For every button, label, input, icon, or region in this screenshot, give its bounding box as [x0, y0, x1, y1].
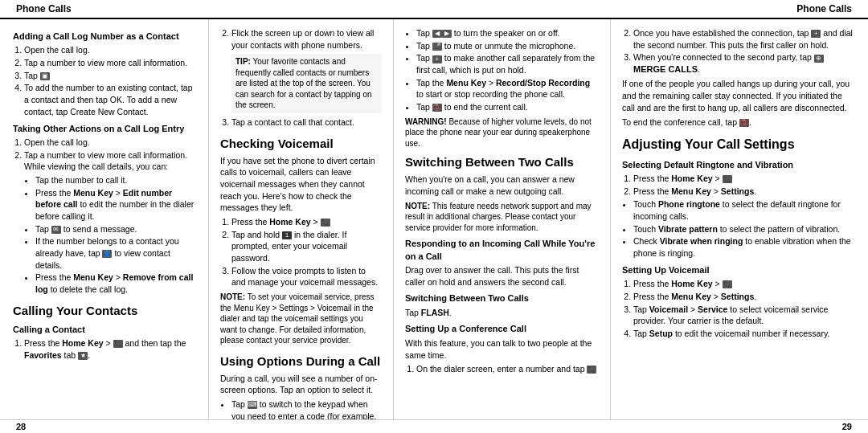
tip-text: Your favorite contacts and frequently ca… [235, 57, 372, 109]
favorites-icon: ★ [78, 352, 88, 360]
list-item: Press the Menu Key > Remove from call lo… [35, 272, 195, 295]
right-column: Once you have established the connection… [611, 19, 868, 419]
conference-title: Setting Up a Conference Call [405, 323, 599, 335]
header-left: Phone Calls [16, 3, 72, 14]
setup-voicemail-steps: Press the Home Key > 📞 Press the Menu Ke… [633, 278, 857, 339]
page-header: Phone Calls Phone Calls [0, 0, 868, 19]
list-item: Tap and hold 1 in the dialer. If prompte… [231, 229, 382, 264]
one-key-icon: 1 [282, 231, 292, 239]
add-call-icon: + [432, 55, 442, 63]
tip-box: TIP: Your favorite contacts and frequent… [231, 54, 382, 113]
vm-home-icon: 📞 [723, 280, 732, 288]
end-conf-icon: 📵 [739, 119, 749, 127]
message-icon: ✉ [51, 226, 61, 234]
contact-view-icon: 👤 [102, 250, 112, 258]
left-column: Adding a Call Log Number as a Contact Op… [0, 19, 209, 419]
end-conference: To end the conference call, tap 📵. [622, 116, 857, 129]
voicemail-title: Checking Voicemail [220, 135, 382, 152]
list-item: To add the number to an existing contact… [24, 82, 195, 117]
list-item: Tap ⌨ to switch to the keypad when you n… [231, 398, 382, 419]
list-item: On the dialer screen, enter a number and… [416, 363, 599, 375]
contact-icon: ▣ [40, 72, 50, 80]
voicemail-steps: Press the Home Key > 📞 Tap and hold 1 in… [231, 216, 382, 288]
list-item: Flick the screen up or down to view all … [231, 27, 382, 113]
calling-contact-sub: Calling a Contact [13, 324, 195, 336]
action-bullets: Tap the number to call it. Press the Men… [35, 174, 195, 296]
header-right: Phone Calls [796, 3, 852, 14]
list-item: If the number belongs to a contact you a… [35, 235, 195, 271]
list-item: Check Vibrate when ringing to enable vib… [633, 235, 857, 259]
using-options-intro: During a call, you will see a number of … [220, 373, 382, 396]
ringtone-title: Selecting Default Ringtone and Vibration [622, 159, 857, 171]
switching2-title: Switching Between Two Calls [405, 292, 599, 304]
list-item: Touch Phone ringtone to select the defau… [633, 198, 857, 222]
list-item: Tap a number to view more call informati… [24, 57, 195, 69]
switching2-text: Tap FLASH. [405, 307, 599, 319]
list-item: Once you have established the connection… [633, 27, 857, 51]
switching-note: NOTE: This feature needs network support… [405, 201, 599, 234]
list-item: Tap ✉ to send a message. [35, 223, 195, 235]
note-label2: NOTE: [405, 202, 430, 210]
taking-actions-steps: Open the call log. Tap a number to view … [24, 137, 195, 296]
setup-voicemail-title: Setting Up Voicemail [622, 264, 857, 276]
page-num-left: 28 [16, 422, 26, 431]
merge-calls-label: MERGE CALLS [633, 64, 698, 74]
voicemail-intro: If you have set the phone to divert cert… [220, 155, 382, 214]
adding-call-steps: Open the call log. Tap a number to view … [24, 44, 195, 117]
add-call2-icon: + [811, 30, 821, 38]
list-item: Open the call log. [24, 137, 195, 149]
list-item: Tap a number to view more call informati… [24, 149, 195, 296]
switching-title: Switching Between Two Calls [405, 153, 599, 170]
speaker-icon2: ▶ [442, 30, 452, 38]
list-item: Open the call log. [24, 44, 195, 56]
list-item: Press the Home Key > 📞 and then tap the … [24, 337, 195, 361]
taking-actions-title: Taking Other Actions on a Call Log Entry [13, 123, 195, 135]
list-item: Press the Menu Key > Settings. [633, 186, 857, 198]
list-item: When you're connected to the second part… [633, 51, 857, 76]
list-item: Press the Menu Key > Settings. [633, 291, 857, 303]
flash-label: FLASH [421, 308, 449, 317]
list-item: Follow the voice prompts to listen to an… [231, 265, 382, 288]
list-item: Tap + to make another call separately fr… [416, 52, 599, 76]
home-phone-icon: 📞 [723, 175, 732, 183]
list-item: Tap 🎤 to mute or unmute the microphone. [416, 40, 599, 52]
end-call-icon: 📵 [432, 104, 442, 112]
center-left-column: Flick the screen up or down to view all … [209, 19, 394, 419]
center-right-column: Tap ◀▶ to turn the speaker on or off. Ta… [394, 19, 611, 419]
note-text2: This feature needs network support and m… [405, 202, 592, 232]
switching-intro: When you're on a call, you can answer a … [405, 174, 599, 197]
call-icon: 📞 [587, 366, 596, 374]
ringtone-bullets: Touch Phone ringtone to select the defau… [633, 198, 857, 259]
contacts-continued-steps: Flick the screen up or down to view all … [231, 27, 382, 129]
warning-box: WARNING! Because of higher volume levels… [405, 116, 599, 149]
list-item: Tap a contact to call that contact. [231, 116, 382, 129]
conference-steps: On the dialer screen, enter a number and… [416, 363, 599, 375]
mute-icon: 🎤 [432, 43, 442, 51]
page-num-right: 29 [842, 422, 852, 431]
incoming-call-title: Responding to an Incoming Call While You… [405, 238, 599, 263]
list-item: Press the Home Key > 📞 [633, 173, 857, 185]
merge-icon: ⊕ [814, 55, 824, 63]
calling-contacts-title: Calling Your Contacts [13, 302, 195, 319]
page-footer: 28 29 [0, 419, 868, 433]
list-item: Tap Setup to edit the voicemail number i… [633, 328, 857, 340]
list-item: Tap ▣ [24, 70, 195, 82]
warning-label: WARNING! [405, 117, 447, 126]
list-item: Press the Home Key > 📞 [633, 278, 857, 290]
list-item: Press the Menu Key > Edit number before … [35, 187, 195, 223]
calling-steps: Press the Home Key > 📞 and then tap the … [24, 337, 195, 361]
list-item: Tap the number to call it. [35, 174, 195, 186]
during-call-bullets: Tap ◀▶ to turn the speaker on or off. Ta… [416, 27, 599, 113]
list-item: Tap 📵 to end the current call. [416, 101, 599, 113]
list-item: Tap Voicemail > Service to select voicem… [633, 304, 857, 327]
phone-icon: 📞 [113, 340, 123, 348]
keypad-icon: ⌨ [248, 401, 257, 409]
note-label: NOTE: [220, 292, 245, 301]
incoming-intro: Drag over to answer the call. This puts … [405, 264, 599, 288]
merge-text: If one of the people you called hangs up… [622, 78, 857, 113]
conference-intro: With this feature, you can talk to two p… [405, 337, 599, 361]
list-item: Touch Vibrate pattern to select the patt… [633, 223, 857, 235]
adding-call-title: Adding a Call Log Number as a Contact [13, 31, 195, 43]
adjusting-title: Adjusting Your Call Settings [622, 136, 857, 153]
voicemail-icon: 📞 [321, 219, 330, 227]
